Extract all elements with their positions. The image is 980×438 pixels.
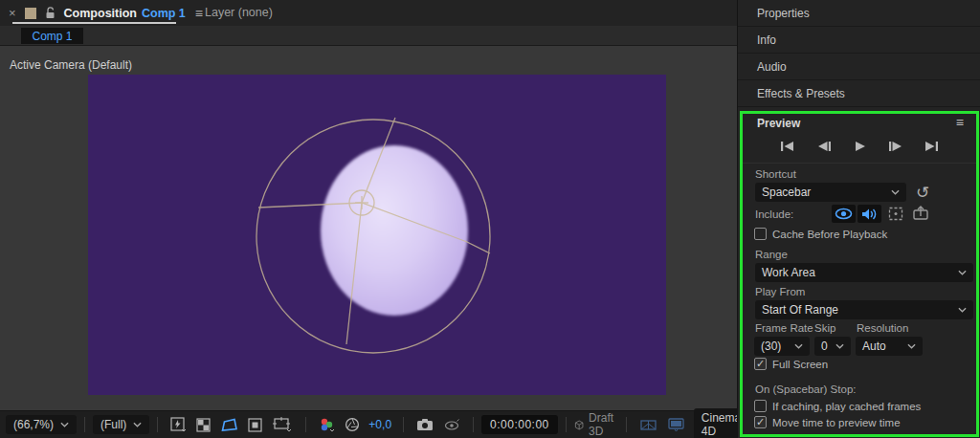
play-from-label: Play From	[755, 286, 805, 297]
transparency-grid-icon[interactable]	[191, 418, 216, 432]
unlock-icon[interactable]	[45, 7, 56, 19]
divider	[403, 417, 404, 432]
include-video-toggle[interactable]	[832, 205, 856, 223]
magnification-value: (66,7%)	[13, 418, 54, 431]
if-caching-checkbox[interactable]: ✓	[754, 400, 767, 412]
range-label: Range	[755, 249, 788, 260]
cache-before-playback-row: ✓ Cache Before Playback	[754, 228, 887, 240]
if-caching-label: If caching, play cached frames	[772, 401, 921, 412]
move-time-checkbox[interactable]: ✓	[754, 416, 767, 428]
resolution-value: (Full)	[100, 418, 126, 431]
cache-indicators-icon[interactable]	[912, 205, 929, 224]
resolution-dropdown[interactable]: (Full)	[93, 415, 149, 434]
preview-resolution-dropdown[interactable]: Auto	[856, 337, 923, 356]
full-screen-label: Full Screen	[772, 359, 828, 370]
eye-icon	[835, 208, 853, 220]
chevron-down-icon	[907, 343, 916, 349]
mask-shape-visibility-icon[interactable]	[216, 418, 243, 432]
timecode-display[interactable]: 0:00:00:00	[481, 415, 558, 434]
chevron-down-icon	[835, 343, 844, 349]
if-caching-row: ✓ If caching, play cached frames	[754, 400, 921, 412]
next-frame-button[interactable]	[884, 139, 907, 154]
skip-dropdown[interactable]: 0	[814, 337, 851, 356]
exposure-aperture-icon[interactable]	[340, 417, 365, 432]
move-time-label: Move time to preview time	[772, 417, 901, 428]
skip-label: Skip	[814, 322, 835, 334]
frame-rate-value: (30)	[761, 339, 781, 353]
divider	[626, 417, 627, 432]
panel-tab-bar: × Composition Comp 1 ≡ Layer (none)	[0, 0, 737, 26]
full-screen-row: ✓ Full Screen	[754, 358, 828, 370]
frame-rate-dropdown[interactable]: (30)	[754, 337, 810, 356]
panel-header-effects-presets[interactable]: Effects & Presets	[738, 80, 980, 107]
speaker-icon	[861, 208, 879, 221]
divider	[157, 417, 158, 432]
preview-resolution-value: Auto	[862, 339, 886, 353]
ground-plane-icon[interactable]	[635, 419, 662, 431]
shortcut-value: Spacebar	[762, 186, 811, 199]
panel-menu-icon[interactable]: ≡	[195, 6, 203, 21]
channel-color-management-icon[interactable]	[314, 417, 340, 432]
composition-panel: × Composition Comp 1 ≡ Layer (none) Comp…	[0, 0, 737, 438]
panel-header-info[interactable]: Info	[738, 27, 980, 54]
show-snapshot-icon[interactable]	[438, 419, 465, 431]
chevron-down-icon	[794, 343, 803, 349]
right-panel-stack: Properties Info Audio Effects & Presets …	[737, 0, 980, 438]
cache-before-playback-label: Cache Before Playback	[772, 229, 887, 240]
move-time-row: ✓ Move time to preview time	[754, 416, 901, 428]
preview-panel-title: Preview	[757, 117, 800, 130]
shortcut-dropdown[interactable]: Spacebar	[755, 183, 906, 202]
skip-value: 0	[821, 339, 828, 353]
tab-composition-name[interactable]: Comp 1	[142, 7, 186, 20]
chevron-down-icon	[891, 189, 900, 195]
cube-icon	[574, 418, 584, 432]
play-button[interactable]	[848, 139, 871, 154]
frame-rate-label: Frame Rate	[755, 322, 813, 334]
divider	[305, 417, 306, 432]
divider	[742, 163, 977, 164]
range-dropdown[interactable]: Work Area	[755, 263, 973, 282]
active-tab-underline	[12, 22, 176, 24]
cache-before-playback-checkbox[interactable]: ✓	[754, 228, 767, 240]
viewer-toolbar: (66,7%) (Full)	[0, 410, 737, 438]
active-camera-label: Active Camera (Default)	[10, 58, 132, 72]
preview-panel: Preview ≡ Shortcut	[738, 109, 980, 438]
panel-header-audio[interactable]: Audio	[738, 54, 980, 80]
full-screen-checkbox[interactable]: ✓	[754, 358, 767, 370]
overlays-frame-icon	[888, 207, 903, 221]
after-effects-window: × Composition Comp 1 ≡ Layer (none) Comp…	[0, 0, 980, 438]
preview-menu-icon[interactable]: ≡	[956, 115, 964, 130]
exposure-value[interactable]: +0,0	[365, 418, 395, 431]
resolution-label: Resolution	[857, 322, 908, 334]
previous-frame-button[interactable]	[813, 139, 835, 154]
tab-layer[interactable]: Layer (none)	[205, 6, 273, 19]
comp-viewport[interactable]	[88, 75, 666, 395]
draft-3d-label: Draft 3D	[589, 411, 618, 438]
comp-pasteboard: Active Camera (Default)	[0, 46, 737, 410]
draft-3d-toggle[interactable]: Draft 3D	[574, 411, 618, 438]
chevron-down-icon	[958, 270, 967, 275]
include-audio-toggle[interactable]	[858, 205, 881, 223]
extended-viewer-icon[interactable]	[662, 418, 690, 431]
reset-icon[interactable]: ↺	[916, 185, 929, 201]
first-frame-button[interactable]	[776, 139, 799, 154]
chevron-down-icon	[60, 422, 69, 427]
region-of-interest-icon[interactable]	[243, 418, 268, 432]
divider	[84, 417, 85, 432]
panel-header-properties[interactable]: Properties	[738, 0, 980, 27]
fast-previews-icon[interactable]	[166, 417, 191, 432]
on-stop-label: On (Spacebar) Stop:	[755, 383, 856, 395]
comp-subtab-row: Comp 1	[0, 26, 737, 46]
transport-controls	[776, 139, 943, 154]
play-from-dropdown[interactable]: Start Of Range	[755, 300, 973, 319]
include-overlays-toggle[interactable]	[883, 205, 907, 223]
take-snapshot-icon[interactable]	[412, 418, 438, 431]
subtab-comp1[interactable]: Comp 1	[21, 28, 83, 44]
range-value: Work Area	[762, 266, 815, 279]
tab-composition-label[interactable]: Composition	[64, 7, 137, 20]
magnification-dropdown[interactable]: (66,7%)	[6, 415, 77, 434]
last-frame-button[interactable]	[920, 139, 943, 154]
grid-guides-options-icon[interactable]	[268, 417, 298, 432]
close-icon[interactable]: ×	[9, 7, 16, 19]
renderer-value: Cinema 4D	[702, 411, 741, 438]
